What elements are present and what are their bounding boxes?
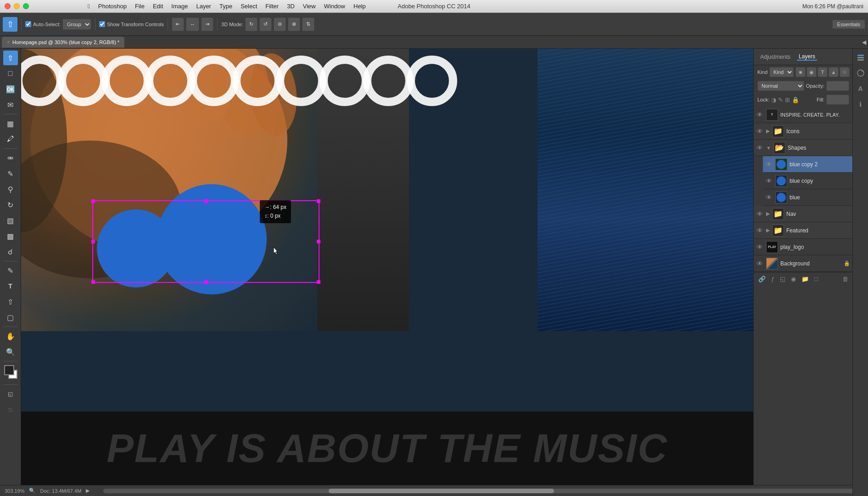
layer-row[interactable]: 👁 blue copy 2: [763, 156, 853, 173]
spot-heal-tool[interactable]: ⚮: [3, 151, 18, 165]
link-layers-icon[interactable]: 🔗: [756, 275, 767, 283]
group-arrow-shapes[interactable]: ▼: [766, 145, 771, 151]
visibility-icon-featured[interactable]: 👁: [756, 227, 764, 234]
kind-filter-select[interactable]: Kind: [769, 67, 794, 77]
screen-mode-tool[interactable]: ◾: [3, 402, 18, 417]
lock-transparency-icon[interactable]: ◑: [771, 96, 776, 103]
layer-row[interactable]: 👁 ▶ 📁 Icons: [754, 123, 853, 140]
auto-select-checkbox[interactable]: [25, 21, 31, 27]
move-tool-button[interactable]: ⇧: [3, 17, 17, 32]
layer-row[interactable]: 👁 ▶ 📁 Featured: [754, 222, 853, 239]
character-panel-icon[interactable]: A: [855, 83, 867, 95]
layer-row[interactable]: 👁 Background 🔒: [754, 255, 853, 272]
gradient-tool[interactable]: ▩: [3, 229, 18, 243]
new-group-icon[interactable]: 📁: [800, 275, 811, 283]
layer-row[interactable]: 👁 blue copy: [763, 173, 853, 189]
delete-layer-icon[interactable]: 🗑: [840, 275, 850, 283]
3d-scale-button[interactable]: ⇅: [302, 17, 314, 31]
group-arrow-icons[interactable]: ▶: [766, 128, 770, 134]
3d-rotate-button[interactable]: ↻: [245, 17, 258, 31]
apple-menu[interactable]: : [84, 2, 94, 11]
3d-slide-button[interactable]: ⊕: [288, 17, 300, 31]
zoom-tool[interactable]: 🔍: [3, 344, 18, 359]
tab-adjustments[interactable]: Adjustments: [758, 54, 792, 60]
layer-row[interactable]: 👁 blue: [763, 189, 853, 206]
blend-mode-select[interactable]: Normal Multiply Screen: [757, 81, 804, 91]
horizontal-scrollbar[interactable]: [103, 489, 854, 493]
layer-row[interactable]: 👁 T INSPIRE. CREATE. PLAY.: [754, 107, 853, 123]
canvas-area[interactable]: →: 64 px ↕: 0 px PLAY IS ABOUT THE MUSIC: [21, 49, 753, 485]
add-mask-icon[interactable]: ◱: [778, 275, 787, 283]
filter-shape-icon[interactable]: ▲: [829, 67, 839, 77]
fill-input[interactable]: 100%: [826, 95, 849, 105]
menu-3d[interactable]: 3D: [283, 2, 298, 11]
visibility-icon-blue-copy-2[interactable]: 👁: [766, 161, 773, 168]
visibility-icon-blue[interactable]: 👁: [766, 194, 773, 201]
menu-select[interactable]: Select: [237, 2, 261, 11]
layer-row[interactable]: 👁 PLAY play_logo: [754, 239, 853, 255]
brush-tool[interactable]: ✎: [3, 166, 18, 181]
document-tab[interactable]: × Homepage.psd @ 303% (blue copy 2, RGB/…: [2, 37, 124, 48]
panels-collapse-icon[interactable]: ◀: [862, 39, 866, 45]
tab-layers[interactable]: Layers: [797, 53, 817, 61]
add-style-icon[interactable]: ƒ: [769, 275, 776, 283]
adjustment-icon[interactable]: ◉: [789, 275, 798, 283]
layers-panel-icon[interactable]: [855, 51, 867, 63]
clone-stamp-tool[interactable]: ⚲: [3, 182, 18, 197]
history-brush-tool[interactable]: ↻: [3, 197, 18, 212]
marquee-tool[interactable]: □: [3, 66, 18, 81]
opacity-input[interactable]: 100%: [826, 81, 849, 91]
eyedropper-tool[interactable]: 🖍: [3, 132, 18, 147]
maximize-button[interactable]: [23, 3, 29, 9]
lock-position-icon[interactable]: ⊞: [785, 96, 790, 103]
group-arrow-featured[interactable]: ▶: [766, 227, 770, 233]
align-right-button[interactable]: ⇥: [201, 17, 213, 31]
3d-pan-button[interactable]: ⊖: [274, 17, 286, 31]
menu-help[interactable]: Help: [350, 2, 370, 11]
dodge-tool[interactable]: ☌: [3, 244, 18, 259]
new-layer-icon[interactable]: □: [812, 275, 820, 283]
minimize-button[interactable]: [14, 3, 20, 9]
menu-view[interactable]: View: [299, 2, 319, 11]
align-left-button[interactable]: ⇤: [172, 17, 184, 31]
show-transform-checkbox[interactable]: [99, 21, 105, 27]
pen-tool[interactable]: ✎: [3, 263, 18, 278]
close-button[interactable]: [5, 3, 11, 9]
filter-type-icon[interactable]: T: [818, 67, 828, 77]
layer-row[interactable]: 👁 ▼ 📂 Shapes: [754, 140, 853, 156]
crop-tool[interactable]: ▦: [3, 116, 18, 131]
visibility-icon-play-logo[interactable]: 👁: [756, 243, 764, 251]
visibility-icon-nav[interactable]: 👁: [756, 210, 764, 218]
visibility-icon-blue-copy[interactable]: 👁: [766, 177, 773, 185]
tab-close-icon[interactable]: ×: [7, 39, 10, 45]
visibility-icon-shapes[interactable]: 👁: [756, 144, 764, 152]
menu-window[interactable]: Window: [320, 2, 349, 11]
visibility-icon-background[interactable]: 👁: [756, 260, 764, 267]
status-arrow-icon[interactable]: ▶: [86, 488, 90, 494]
menu-edit[interactable]: Edit: [149, 2, 167, 11]
foreground-color[interactable]: [4, 365, 14, 375]
lock-image-icon[interactable]: ✎: [778, 96, 783, 103]
menu-photoshop[interactable]: Photoshop: [95, 2, 130, 11]
align-center-button[interactable]: ↔: [186, 17, 199, 31]
quick-mask-tool[interactable]: ◱: [3, 387, 18, 401]
essentials-button[interactable]: Essentials: [832, 20, 865, 29]
auto-select-type-select[interactable]: Group Layer: [62, 19, 91, 30]
menu-filter[interactable]: Filter: [262, 2, 282, 11]
lasso-tool[interactable]: 🆗: [3, 82, 18, 96]
filter-pixel-icon[interactable]: ■: [795, 67, 806, 77]
menu-type[interactable]: Type: [216, 2, 236, 11]
3d-roll-button[interactable]: ↺: [259, 17, 272, 31]
layer-row[interactable]: 👁 ▶ 📁 Nav: [754, 206, 853, 222]
eraser-tool[interactable]: ▧: [3, 213, 18, 228]
shape-tool[interactable]: ▢: [3, 310, 18, 325]
hand-tool[interactable]: ✋: [3, 329, 18, 344]
visibility-icon-inspire[interactable]: 👁: [756, 111, 764, 118]
info-panel-icon[interactable]: ℹ: [855, 98, 867, 110]
group-arrow-nav[interactable]: ▶: [766, 211, 770, 217]
visibility-icon-icons[interactable]: 👁: [756, 128, 764, 135]
menu-layer[interactable]: Layer: [192, 2, 215, 11]
lock-all-icon[interactable]: 🔒: [792, 96, 799, 103]
type-tool[interactable]: T: [3, 279, 18, 293]
menu-file[interactable]: File: [131, 2, 148, 11]
